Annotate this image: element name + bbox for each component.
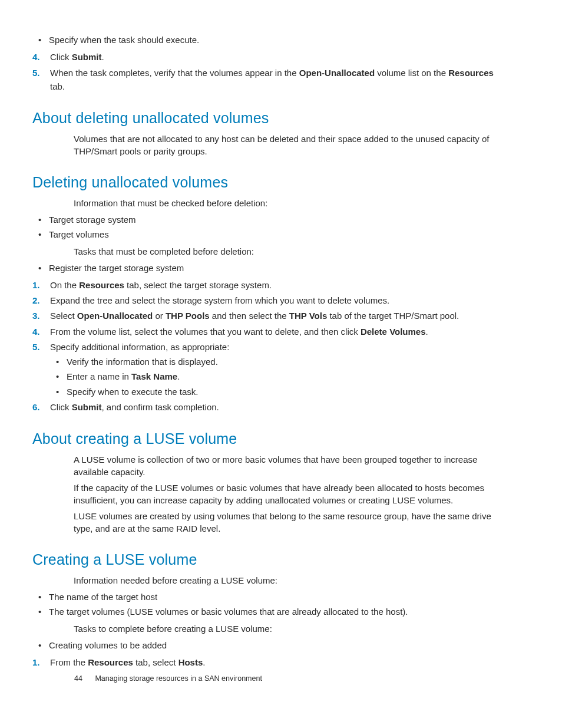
step-text: , and confirm task completion.: [102, 402, 219, 412]
step-number: 6.: [32, 400, 40, 414]
step-number: 3.: [32, 309, 40, 322]
list-item: The target volumes (LUSE volumes or basi…: [32, 605, 509, 618]
bold-text: Submit: [72, 402, 102, 412]
bullet-list: Target storage system Target volumes: [32, 213, 509, 242]
step-text: .: [203, 657, 205, 667]
steps-list: 1. On the Resources tab, select the targ…: [32, 278, 509, 414]
step-number: 1.: [32, 655, 40, 669]
bold-text: Resources: [448, 68, 494, 78]
step-text: .: [177, 371, 180, 381]
list-item: Creating volumes to be added: [32, 638, 509, 652]
paragraph: Information needed before creating a LUS…: [74, 574, 509, 587]
step-text: tab, select: [133, 657, 178, 667]
list-item: Register the target storage system: [32, 261, 509, 275]
step-item: 5. Specify additional information, as ap…: [32, 340, 509, 398]
step-item: 6. Click Submit, and confirm task comple…: [32, 400, 509, 414]
bold-text: Task Name: [131, 371, 177, 381]
list-item: Target volumes: [32, 228, 509, 241]
bullet-list: Register the target storage system: [32, 261, 509, 275]
list-item: Specify when the task should execute.: [32, 33, 509, 47]
step-text: .: [102, 52, 104, 62]
footer-title: Managing storage resources in a SAN envi…: [95, 674, 262, 683]
paragraph: Volumes that are not allocated to any ho…: [74, 133, 509, 157]
step-text: Click: [50, 52, 72, 62]
bold-text: THP Pools: [166, 311, 210, 321]
list-item: Target storage system: [32, 213, 509, 226]
paragraph: Information that must be checked before …: [74, 197, 509, 209]
step-text: From the volume list, select the volumes…: [50, 327, 361, 337]
step-number: 5.: [32, 340, 40, 354]
step-item: 5. When the task completes, verify that …: [32, 66, 509, 94]
step-item: 4. Click Submit.: [32, 50, 509, 64]
step-text: When the task completes, verify that the…: [50, 68, 299, 78]
bold-text: Open-Unallocated: [77, 311, 153, 321]
step-text: volume list on the: [375, 68, 448, 78]
continued-steps: 4. Click Submit. 5. When the task comple…: [32, 50, 509, 93]
step-text: From the: [50, 657, 88, 667]
paragraph: LUSE volumes are created by using volume…: [74, 510, 509, 535]
step-item: 2. Expand the tree and select the storag…: [32, 294, 509, 307]
step-item: 1. On the Resources tab, select the targ…: [32, 278, 509, 292]
bullet-list: Creating volumes to be added: [32, 638, 509, 652]
paragraph: If the capacity of the LUSE volumes or b…: [74, 482, 509, 506]
step-text: and then select the: [210, 311, 289, 321]
paragraph: Tasks that must be completed before dele…: [74, 245, 509, 258]
step-number: 1.: [32, 278, 40, 292]
list-item: Verify the information that is displayed…: [50, 355, 509, 368]
steps-list: 1. From the Resources tab, select Hosts.: [32, 655, 509, 669]
bold-text: Resources: [88, 657, 133, 667]
sub-bullet-list: Verify the information that is displayed…: [50, 355, 509, 398]
step-text: Enter a name in: [67, 371, 131, 381]
paragraph: Tasks to complete before creating a LUSE…: [74, 622, 509, 635]
bold-text: Open-Unallocated: [299, 68, 375, 78]
step-text: .: [426, 327, 428, 337]
page-content: Specify when the task should execute. 4.…: [0, 0, 562, 696]
bold-text: Hosts: [178, 657, 203, 667]
step-number: 2.: [32, 294, 40, 307]
bold-text: Delete Volumes: [361, 327, 426, 337]
step-item: 4. From the volume list, select the volu…: [32, 325, 509, 338]
paragraph: A LUSE volume is collection of two or mo…: [74, 453, 509, 478]
heading-about-deleting: About deleting unallocated volumes: [32, 110, 509, 127]
step-text: tab of the target THP/Smart pool.: [327, 311, 459, 321]
bold-text: Submit: [72, 52, 102, 62]
heading-about-luse: About creating a LUSE volume: [32, 430, 509, 447]
page-footer: 44 Managing storage resources in a SAN e…: [74, 674, 262, 683]
continued-subbullets: Specify when the task should execute.: [32, 33, 509, 47]
step-text: or: [153, 311, 166, 321]
list-item: Specify when to execute the task.: [50, 385, 509, 398]
step-number: 4.: [32, 325, 40, 338]
step-text: Specify additional information, as appro…: [50, 342, 229, 352]
bold-text: THP Vols: [289, 311, 327, 321]
step-number: 5.: [32, 66, 40, 80]
page-number: 44: [74, 674, 82, 683]
step-text: Click: [50, 402, 72, 412]
list-item: Enter a name in Task Name.: [50, 370, 509, 383]
step-text: On the: [50, 280, 79, 290]
list-item: The name of the target host: [32, 590, 509, 604]
step-item: 1. From the Resources tab, select Hosts.: [32, 655, 509, 669]
step-item: 3. Select Open-Unallocated or THP Pools …: [32, 309, 509, 322]
step-text: Select: [50, 311, 77, 321]
bullet-list: The name of the target host The target v…: [32, 590, 509, 619]
step-text: Expand the tree and select the storage s…: [50, 295, 389, 305]
step-number: 4.: [32, 50, 40, 64]
step-text: tab, select the target storage system.: [124, 280, 272, 290]
bold-text: Resources: [79, 280, 124, 290]
heading-deleting: Deleting unallocated volumes: [32, 174, 509, 191]
step-text: tab.: [50, 81, 65, 91]
heading-creating-luse: Creating a LUSE volume: [32, 551, 509, 568]
